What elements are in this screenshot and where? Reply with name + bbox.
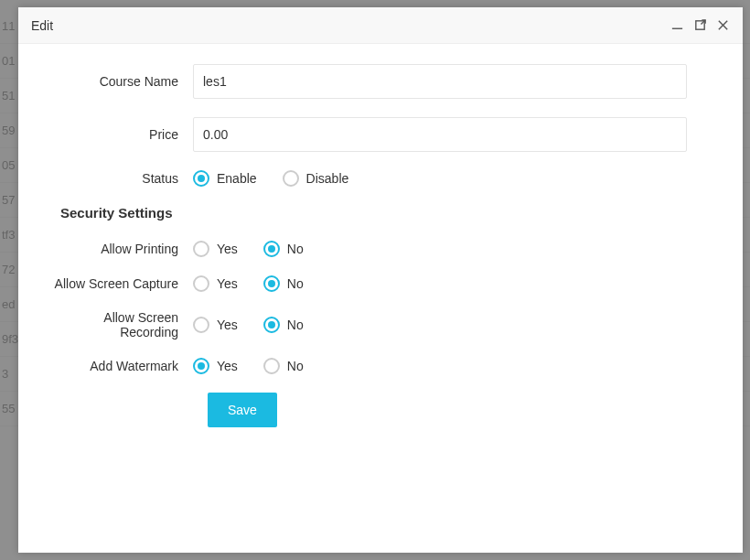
course-name-input[interactable] bbox=[193, 64, 687, 99]
radio-icon bbox=[263, 275, 280, 292]
radio-label: Yes bbox=[217, 359, 238, 373]
radio-label: No bbox=[287, 318, 304, 332]
status-enable-radio[interactable]: Enable bbox=[193, 170, 257, 187]
radio-label: Yes bbox=[217, 318, 238, 332]
modal-body: Course Name Price Status Enable bbox=[18, 44, 743, 446]
label-add-watermark: Add Watermark bbox=[51, 359, 193, 373]
radio-icon bbox=[263, 317, 280, 333]
allow-printing-yes-radio[interactable]: Yes bbox=[193, 241, 238, 257]
radio-label: Enable bbox=[217, 171, 257, 186]
price-input[interactable] bbox=[193, 117, 687, 152]
radio-icon bbox=[193, 358, 209, 374]
row-allow-screen-capture: Allow Screen Capture Yes No bbox=[51, 275, 710, 292]
radio-label: Yes bbox=[217, 276, 238, 291]
row-allow-printing: Allow Printing Yes No bbox=[51, 241, 710, 257]
edit-modal: Edit Course Name Price bbox=[18, 7, 743, 553]
add-watermark-yes-radio[interactable]: Yes bbox=[193, 358, 238, 374]
radio-icon bbox=[193, 317, 209, 333]
radio-label: No bbox=[287, 276, 304, 291]
label-allow-screen-recording: Allow Screen Recording bbox=[51, 310, 193, 339]
row-allow-screen-recording: Allow Screen Recording Yes No bbox=[51, 310, 710, 339]
radio-icon bbox=[193, 241, 209, 257]
allow-screen-capture-yes-radio[interactable]: Yes bbox=[193, 275, 238, 292]
close-icon[interactable] bbox=[716, 18, 730, 32]
add-watermark-no-radio[interactable]: No bbox=[263, 358, 304, 374]
modal-header: Edit bbox=[18, 7, 743, 44]
radio-icon bbox=[263, 241, 280, 257]
radio-icon bbox=[263, 358, 280, 374]
allow-printing-no-radio[interactable]: No bbox=[263, 241, 304, 257]
maximize-icon[interactable] bbox=[693, 18, 707, 32]
button-row: Save bbox=[51, 393, 710, 427]
radio-label: Yes bbox=[217, 242, 238, 256]
allow-screen-recording-no-radio[interactable]: No bbox=[263, 317, 304, 333]
row-course-name: Course Name bbox=[51, 64, 710, 99]
status-disable-radio[interactable]: Disable bbox=[283, 170, 349, 187]
label-course-name: Course Name bbox=[51, 74, 193, 89]
allow-screen-recording-yes-radio[interactable]: Yes bbox=[193, 317, 238, 333]
minimize-icon[interactable] bbox=[670, 18, 684, 32]
allow-screen-capture-no-radio[interactable]: No bbox=[263, 275, 304, 292]
radio-label: No bbox=[287, 242, 304, 256]
row-status: Status Enable Disable bbox=[51, 170, 710, 187]
radio-label: No bbox=[287, 359, 304, 373]
window-controls bbox=[670, 18, 730, 32]
label-allow-printing: Allow Printing bbox=[51, 242, 193, 256]
label-allow-screen-capture: Allow Screen Capture bbox=[51, 276, 193, 291]
modal-title: Edit bbox=[31, 7, 53, 44]
save-button[interactable]: Save bbox=[208, 393, 277, 427]
radio-icon bbox=[193, 170, 209, 187]
label-status: Status bbox=[51, 171, 193, 186]
label-price: Price bbox=[51, 127, 193, 142]
row-price: Price bbox=[51, 117, 710, 152]
section-title-security: Security Settings bbox=[60, 205, 710, 221]
radio-icon bbox=[193, 275, 209, 292]
row-add-watermark: Add Watermark Yes No bbox=[51, 358, 710, 374]
radio-icon bbox=[283, 170, 299, 187]
radio-label: Disable bbox=[306, 171, 349, 186]
